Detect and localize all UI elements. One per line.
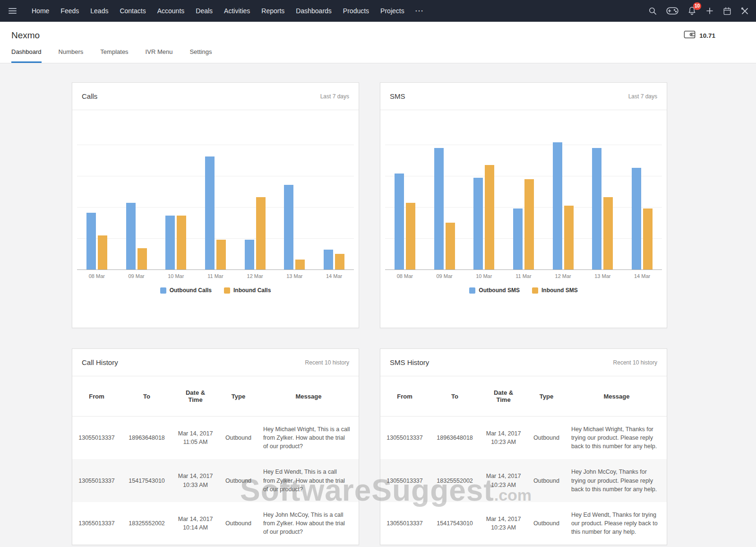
bar-outbound-calls — [126, 203, 136, 269]
call-history-card: Call History Recent 10 history From To D… — [72, 348, 359, 545]
chart-legend: Outbound CallsInbound Calls — [76, 287, 355, 294]
tab-templates[interactable]: Templates — [100, 48, 128, 63]
card-title: SMS — [390, 92, 405, 100]
card-period-label: Last 7 days — [320, 93, 349, 100]
cell-type: Outbound — [526, 459, 567, 502]
calls-bar-chart: 08 Mar09 Mar10 Mar11 Mar12 Mar13 Mar14 M… — [72, 110, 359, 294]
cell-type: Outbound — [526, 502, 567, 545]
bar-inbound-calls — [177, 216, 186, 269]
cell-from: 13055013337 — [380, 417, 429, 460]
bar-group-10-mar — [165, 114, 186, 269]
table-row: 1305501333718325552002Mar 14, 2017 10:23… — [380, 459, 667, 502]
more-menu-button[interactable]: ⋯ — [410, 0, 429, 22]
bar-group-13-mar — [592, 114, 613, 269]
calendar-icon[interactable] — [723, 7, 731, 16]
wallet-icon — [684, 30, 696, 41]
nav-item-deals[interactable]: Deals — [190, 0, 218, 22]
sms-history-table: From To Date & Time Type Message 1305501… — [380, 376, 667, 545]
bar-inbound-calls — [335, 254, 344, 269]
bar-outbound-sms — [632, 168, 641, 269]
col-to: To — [121, 376, 172, 417]
cell-datetime: Mar 14, 2017 10:33 AM — [172, 459, 218, 502]
cell-message: Hey John McCoy, Thanks for trying our pr… — [567, 459, 667, 502]
module-header: Nexmo 10.71 Dashboard Numbers Templates … — [0, 22, 756, 63]
cell-datetime: Mar 14, 2017 10:23 AM — [481, 459, 526, 502]
table-row: 1305501333715417543010Mar 14, 2017 10:23… — [380, 502, 667, 545]
tools-icon[interactable] — [740, 7, 749, 16]
cell-message: Hey Ed Wendt, Thanks for trying our prod… — [567, 502, 667, 545]
cell-type: Outbound — [218, 459, 258, 502]
tab-dashboard[interactable]: Dashboard — [11, 48, 42, 63]
bar-group-09-mar — [434, 114, 455, 269]
sms-history-card: SMS History Recent 10 history From To Da… — [380, 348, 667, 545]
legend-swatch — [469, 287, 475, 294]
legend-label: Inbound Calls — [233, 287, 271, 294]
card-recent-label: Recent 10 history — [613, 359, 657, 366]
nav-item-activities[interactable]: Activities — [218, 0, 256, 22]
nav-item-home[interactable]: Home — [26, 0, 55, 22]
cell-to: 18963648018 — [121, 417, 172, 460]
bar-inbound-calls — [295, 260, 305, 269]
nav-item-contacts[interactable]: Contacts — [114, 0, 151, 22]
nav-item-dashboards[interactable]: Dashboards — [290, 0, 337, 22]
bar-group-11-mar — [205, 114, 226, 269]
x-axis-label: 09 Mar — [430, 273, 459, 279]
tab-ivr-menu[interactable]: IVR Menu — [146, 48, 173, 63]
search-icon[interactable] — [648, 7, 657, 16]
gamepad-icon[interactable] — [666, 7, 679, 15]
bar-group-14-mar — [324, 114, 344, 269]
x-axis-label: 12 Mar — [241, 273, 269, 279]
chart-plot-area — [385, 114, 662, 270]
nav-item-accounts[interactable]: Accounts — [152, 0, 190, 22]
card-header: SMS History Recent 10 history — [380, 349, 667, 376]
add-icon[interactable] — [705, 7, 714, 15]
x-axis-label: 10 Mar — [162, 273, 190, 279]
bar-group-13-mar — [284, 114, 305, 269]
cell-datetime: Mar 14, 2017 10:23 AM — [481, 502, 526, 545]
legend-label: Inbound SMS — [541, 287, 578, 294]
tab-settings[interactable]: Settings — [189, 48, 212, 63]
bar-inbound-sms — [485, 165, 494, 269]
x-axis-label: 08 Mar — [83, 273, 111, 279]
bar-inbound-sms — [603, 197, 613, 269]
nav-item-products[interactable]: Products — [337, 0, 375, 22]
nav-item-projects[interactable]: Projects — [375, 0, 410, 22]
nav-items: HomeFeedsLeadsContactsAccountsDealsActiv… — [26, 0, 410, 22]
nav-item-feeds[interactable]: Feeds — [55, 0, 85, 22]
cell-type: Outbound — [218, 502, 258, 545]
notifications-bell-icon[interactable]: 10 — [687, 6, 696, 16]
cell-message: Hey John McCoy, This is a call from Zylk… — [258, 502, 359, 545]
cell-message: Hey Ed Wendt, This is a call from Zylker… — [258, 459, 359, 502]
wallet-balance[interactable]: 10.71 — [684, 30, 715, 41]
table-row: 1305501333715417543010Mar 14, 2017 10:33… — [72, 459, 359, 502]
cell-datetime: Mar 14, 2017 11:05 AM — [172, 417, 218, 460]
bar-outbound-calls — [324, 250, 333, 269]
module-tabs: Dashboard Numbers Templates IVR Menu Set… — [11, 48, 745, 63]
col-type: Type — [526, 376, 567, 417]
cell-to: 15417543010 — [429, 502, 481, 545]
call-history-table: From To Date & Time Type Message 1305501… — [72, 376, 359, 545]
hamburger-menu-icon[interactable] — [5, 5, 20, 17]
legend-item-outbound-calls: Outbound Calls — [160, 287, 212, 294]
x-axis-label: 12 Mar — [549, 273, 577, 279]
sms-chart-card: SMS Last 7 days 08 Mar09 Mar10 Mar11 Mar… — [380, 82, 667, 328]
cell-to: 18325552002 — [429, 459, 481, 502]
cell-to: 18325552002 — [121, 502, 172, 545]
x-axis-label: 09 Mar — [122, 273, 151, 279]
cell-from: 13055013337 — [72, 417, 121, 460]
nav-item-leads[interactable]: Leads — [85, 0, 114, 22]
bar-inbound-sms — [564, 206, 574, 269]
x-axis-label: 11 Mar — [201, 273, 230, 279]
cell-datetime: Mar 14, 2017 10:14 AM — [172, 502, 218, 545]
card-title: SMS History — [390, 358, 429, 366]
x-axis-label: 13 Mar — [588, 273, 617, 279]
nav-item-reports[interactable]: Reports — [256, 0, 290, 22]
cell-to: 15417543010 — [121, 459, 172, 502]
bar-group-09-mar — [126, 114, 147, 269]
col-message: Message — [258, 376, 359, 417]
bar-outbound-calls — [165, 216, 175, 269]
col-datetime: Date & Time — [481, 376, 526, 417]
tab-numbers[interactable]: Numbers — [59, 48, 84, 63]
card-header: Calls Last 7 days — [72, 83, 359, 110]
bar-outbound-sms — [513, 208, 523, 269]
